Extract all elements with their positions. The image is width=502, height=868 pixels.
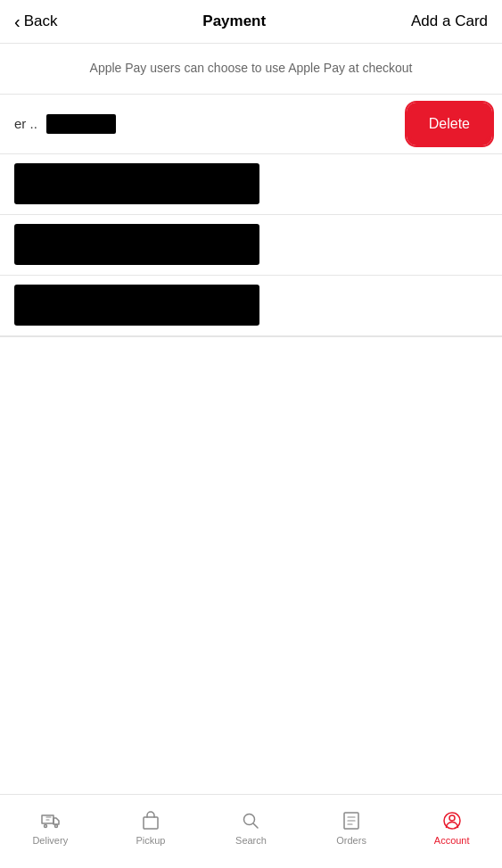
redacted-block-1 [14, 163, 259, 204]
orders-icon [341, 810, 362, 831]
search-icon [240, 810, 261, 831]
back-label: Back [24, 12, 58, 30]
orders-label: Orders [336, 835, 366, 846]
svg-point-3 [244, 814, 255, 825]
card-row: er .. Delete [0, 95, 502, 154]
card-prefix: er .. [14, 116, 37, 131]
delete-button[interactable]: Delete [411, 107, 488, 141]
pickup-label: Pickup [136, 835, 165, 846]
card-number-redacted [46, 114, 116, 134]
add-card-button[interactable]: Add a Card [411, 12, 488, 30]
back-button[interactable]: ‹ Back [14, 12, 57, 30]
nav-item-search[interactable]: Search [201, 795, 301, 868]
card-entries [0, 154, 502, 337]
account-icon [441, 810, 463, 831]
back-chevron-icon: ‹ [14, 12, 21, 30]
top-nav: ‹ Back Payment Add a Card [0, 0, 502, 44]
card-entry-2 [0, 215, 502, 276]
svg-point-6 [449, 815, 455, 821]
card-entry-3 [0, 276, 502, 336]
nav-item-orders[interactable]: Orders [301, 795, 402, 868]
nav-item-account[interactable]: Account [401, 795, 502, 868]
svg-point-0 [45, 825, 47, 828]
svg-rect-2 [144, 817, 158, 829]
page-title: Payment [202, 12, 266, 30]
card-label: er .. [14, 114, 116, 134]
account-label: Account [434, 835, 470, 846]
nav-item-delivery[interactable]: Delivery [0, 795, 101, 868]
nav-item-pickup[interactable]: Pickup [101, 795, 202, 868]
card-entry-1 [0, 154, 502, 215]
search-label: Search [235, 835, 267, 846]
bottom-nav: Delivery Pickup Search Orders Account [0, 794, 502, 868]
redacted-block-2 [14, 224, 259, 265]
delivery-label: Delivery [32, 835, 68, 846]
redacted-block-3 [14, 285, 259, 326]
card-section: er .. Delete [0, 94, 502, 154]
delivery-icon [39, 810, 61, 831]
pickup-icon [140, 810, 161, 831]
info-banner: Apple Pay users can choose to use Apple … [0, 44, 502, 94]
svg-point-1 [55, 825, 58, 828]
info-message: Apple Pay users can choose to use Apple … [90, 61, 413, 75]
